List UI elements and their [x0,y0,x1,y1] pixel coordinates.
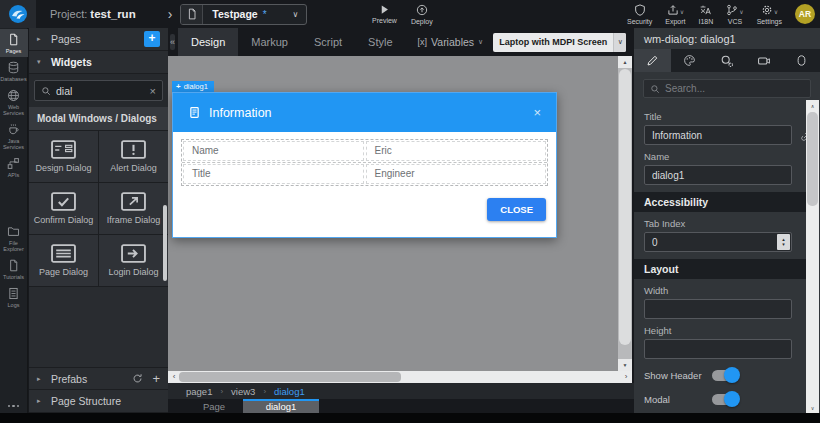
app-logo[interactable] [0,0,36,28]
tab-design[interactable]: Design [178,28,238,56]
canvas-horizontal-scrollbar[interactable]: ‹ › [168,371,632,383]
sidebar-item-tutorials[interactable]: Tutorials [0,255,28,283]
widget-search-input[interactable] [56,85,145,97]
left-panel-empty-area [29,287,168,367]
add-prefab-icon[interactable]: + [152,372,160,385]
scrollbar-thumb[interactable] [619,69,631,345]
add-page-button[interactable]: + [144,31,160,47]
widget-iframe-dialog[interactable]: Iframe Dialog [99,183,168,234]
sidebar-item-web-services[interactable]: Web Services [0,85,28,119]
sidebar-item-file-explorer[interactable]: File Explorer [0,221,28,255]
prefabs-accordion[interactable]: ▸ Prefabs + [29,367,168,390]
footer-tab-dialog1[interactable]: dialog1 [243,399,319,414]
dialog-close-icon[interactable]: × [533,106,541,119]
dialog-widget[interactable]: Information × Name Eric Title Engineer C… [172,92,557,238]
left-panel-scrollbar[interactable] [163,205,167,281]
selected-widget-tag[interactable]: + dialog1 [172,81,214,92]
tab-outline[interactable] [783,49,820,72]
modal-label: Modal [644,394,702,405]
table-row[interactable]: Title Engineer [182,162,547,185]
sidebar-item-java-services[interactable]: Java Services [0,119,28,153]
properties-scrollbar[interactable]: ∧ ∨ [806,100,819,414]
scroll-up-icon[interactable]: ∧ [806,100,819,112]
property-search-input[interactable] [665,83,804,94]
translate-icon [699,4,712,16]
page-structure-accordion[interactable]: ▸ Page Structure [29,390,168,413]
tab-media[interactable] [746,49,783,72]
dialog-layout-grid[interactable]: Name Eric Title Engineer [181,139,548,186]
api-nodes-icon [7,157,20,170]
tab-events[interactable] [708,49,745,72]
canvas-vertical-scrollbar[interactable]: ▲ ▼ [618,56,632,371]
width-field-input[interactable] [644,299,792,319]
widget-confirm-dialog[interactable]: Confirm Dialog [29,183,98,234]
chevron-down-icon: ∨ [275,10,307,19]
name-field-input[interactable] [644,165,792,185]
clear-search-icon[interactable]: × [150,85,156,97]
number-stepper[interactable]: ▴ ▾ [777,234,790,250]
tab-script[interactable]: Script [301,28,355,56]
cell-name-value[interactable]: Eric [366,141,547,161]
device-selector[interactable]: Laptop with MDPI Screen ∨ [493,33,626,52]
section-layout[interactable]: Layout [634,259,808,279]
modal-toggle[interactable] [712,394,738,405]
scrollbar-thumb[interactable] [807,112,818,206]
sidebar-item-databases[interactable]: Databases [0,57,28,85]
widgets-accordion[interactable]: ▾ Widgets [29,51,168,74]
export-icon [667,4,679,16]
cell-title-value[interactable]: Engineer [366,164,547,184]
scroll-down-icon[interactable]: ▼ [618,359,632,371]
tab-markup[interactable]: Markup [238,28,301,56]
scroll-right-icon[interactable]: › [620,371,632,383]
tab-style[interactable]: Style [355,28,405,56]
pages-accordion[interactable]: ▸ Pages + [29,28,168,51]
variables-menu[interactable]: [x] Variables ∨ [418,36,484,48]
sidebar-item-logs[interactable]: Logs [0,283,28,311]
dialog-header[interactable]: Information × [173,93,556,132]
wavemaker-logo-icon [8,4,28,24]
show-header-toggle[interactable] [712,370,738,381]
cell-name-label[interactable]: Name [183,141,364,161]
widget-alert-dialog[interactable]: Alert Dialog [99,131,168,182]
close-button[interactable]: CLOSE [487,198,546,221]
device-selector-value: Laptop with MDPI Screen [493,37,613,47]
collapse-left-panel-button[interactable]: « [170,34,175,50]
rail-more-icon[interactable] [8,405,20,408]
user-avatar[interactable]: AR [795,4,815,24]
export-button[interactable]: ∨ Export [665,4,685,25]
design-canvas[interactable]: + dialog1 Information × Name Eric Title … [168,56,618,371]
title-field-input[interactable] [644,125,792,145]
widget-page-dialog[interactable]: Page Dialog [29,235,98,286]
breadcrumb-page1[interactable]: page1 [186,386,212,397]
section-accessibility[interactable]: Accessibility [634,192,808,212]
dialog-body[interactable]: Name Eric Title Engineer [173,132,556,186]
tab-index-input[interactable] [644,232,792,252]
widget-login-dialog[interactable]: Login Dialog [99,235,168,286]
footer-tab-page[interactable]: Page [185,399,243,414]
preview-button[interactable]: Preview [372,4,397,24]
widget-design-dialog[interactable]: Design Dialog [29,131,98,182]
rail-label: Java Services [0,138,28,150]
height-field-input[interactable] [644,339,792,359]
tab-properties[interactable] [634,49,671,72]
tab-styles[interactable] [671,49,708,72]
table-row[interactable]: Name Eric [182,140,547,162]
security-button[interactable]: Security [627,4,652,25]
breadcrumb-dialog1[interactable]: dialog1 [274,386,305,397]
toggle-knob [724,391,740,407]
scroll-up-icon[interactable]: ▲ [618,56,632,68]
page-selector[interactable]: Testpage * ∨ [180,4,307,25]
breadcrumb-view3[interactable]: view3 [231,386,255,397]
chevron-down-icon: ∨ [478,38,483,46]
cell-title-label[interactable]: Title [183,164,364,184]
sidebar-item-apis[interactable]: APIs [0,153,28,181]
vcs-button[interactable]: ∨ VCS [726,4,743,25]
coffee-icon [7,123,20,136]
sidebar-item-pages[interactable]: Pages [0,29,28,57]
scrollbar-thumb[interactable] [179,372,401,382]
refresh-icon[interactable] [132,373,143,384]
step-down-icon[interactable]: ▾ [782,242,785,247]
i18n-button[interactable]: I18N [699,4,714,25]
settings-button[interactable]: ∨ Settings [757,4,782,25]
deploy-button[interactable]: Deploy [411,4,433,25]
